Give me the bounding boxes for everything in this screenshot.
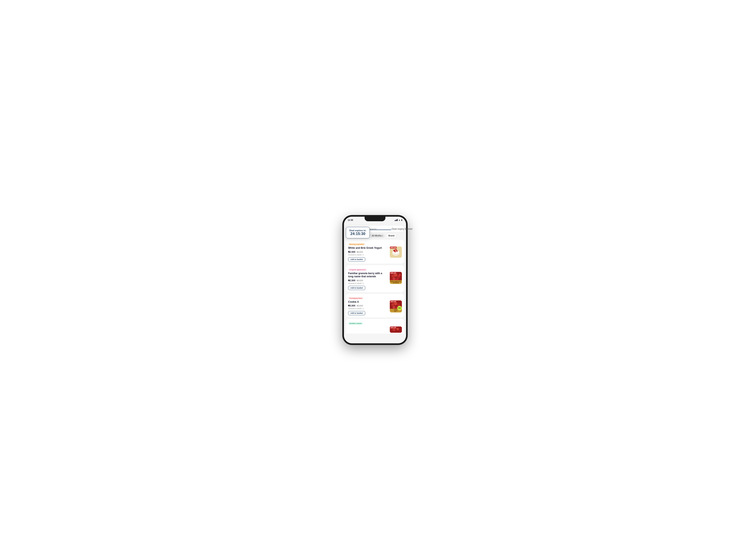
signal-bar-1 — [394, 220, 395, 221]
svg-point-6 — [396, 251, 398, 252]
stock-3: Amount in stock: 3 — [348, 307, 388, 309]
price-original-3: ₦3,500 — [357, 305, 363, 307]
filter-brand[interactable]: Brand — [386, 233, 397, 238]
product-card-2: Irregular appearance Familiar granola be… — [346, 265, 404, 292]
deal-expiry-banner: Deal expires in: 24:15:30 — [346, 227, 370, 238]
svg-point-17 — [391, 303, 394, 306]
signal-bar-3 — [396, 219, 397, 221]
svg-point-20 — [392, 306, 396, 309]
deal-expiry-label: Deal expires in: — [349, 229, 366, 232]
status-icons: ▲ ▮ — [394, 219, 402, 221]
price-current-3: ₦3,500 — [348, 304, 356, 307]
product-info-1: White and Brie Greek Yogurt ₦2,500 ₦3,50… — [348, 246, 388, 261]
product-price-row-2: ₦2,500 ₦3,500 — [348, 279, 388, 282]
product-content-1: White and Brie Greek Yogurt ₦2,500 ₦3,50… — [348, 246, 402, 261]
screen-content[interactable]: ‹ Search Cereals & Snacks GoLemon Misfit… — [344, 223, 406, 343]
stock-1: Amount in stock: 3 — [348, 254, 388, 256]
product-badge-2: Irregular appearance — [348, 268, 367, 271]
svg-point-5 — [394, 251, 396, 252]
price-original-1: ₦3,500 — [357, 251, 363, 253]
product-name-3: Cookie A — [348, 300, 388, 304]
product-card-1: Nearing expiration White and Brie Greek … — [346, 240, 404, 263]
wifi-icon: ▲ — [399, 219, 400, 221]
discount-badge-2: 25% off — [390, 272, 397, 274]
deal-expiry-time: 24:15:30 — [349, 232, 366, 236]
filter-all-misfits[interactable]: All Misfits▾ — [370, 234, 385, 238]
discount-badge-1: 25% off — [390, 246, 397, 249]
svg-point-2 — [392, 250, 400, 254]
product-card-partial: Another reason 25% off — [346, 319, 404, 334]
add-basket-btn-1[interactable]: Add to basket — [348, 257, 365, 261]
status-time: 12:30 — [348, 219, 353, 221]
product-image-area-1: 25% off — [390, 246, 402, 258]
product-name-2: Familiar granola berry with a long name … — [348, 272, 388, 278]
product-price-row-1: ₦2,500 ₦3,500 — [348, 251, 388, 253]
product-card-3: Packaging flaws Cookie A ₦3,500 ₦3,500 A… — [346, 294, 404, 318]
svg-point-8 — [391, 275, 394, 278]
product-price-row-3: ₦3,500 ₦3,500 — [348, 304, 388, 307]
product-badge-1: Nearing expiration — [348, 243, 365, 246]
battery-icon: ▮ — [401, 219, 402, 221]
add-basket-btn-3[interactable]: Add to basket — [348, 311, 365, 315]
product-info-2: Familiar granola berry with a long name … — [348, 272, 388, 290]
discount-badge-3: 25% off — [390, 300, 397, 303]
product-badge-partial: Another reason — [348, 322, 363, 325]
notch — [365, 217, 385, 221]
price-current-1: ₦2,500 — [348, 251, 356, 253]
svg-point-24 — [397, 328, 399, 330]
signal-bar-2 — [396, 220, 396, 221]
product-badge-3: Packaging flaws — [348, 297, 364, 300]
deal-timer-small-2: Deal expires in: 24:15:30 — [390, 280, 402, 284]
price-original-2: ₦3,500 — [357, 279, 363, 282]
no-badge-3: NO — [397, 306, 402, 311]
partial-image-area: 25% off — [390, 326, 402, 333]
svg-point-13 — [399, 274, 401, 276]
product-image-area-2: 25% off — [390, 272, 402, 283]
product-content-3: Cookie A ₦3,500 ₦3,500 Amount in stock: … — [348, 300, 402, 315]
signal-bar-4 — [397, 219, 398, 221]
price-current-2: ₦2,500 — [348, 279, 356, 282]
scene: 12:30 ▲ ▮ ‹ Search Cereals — [302, 195, 448, 365]
product-content-2: Familiar granola berry with a long name … — [348, 272, 402, 290]
product-info-3: Cookie A ₦3,500 ₦3,500 Amount in stock: … — [348, 300, 388, 315]
signal-bars — [394, 219, 398, 221]
stock-2: Amount in stock: 3 — [348, 282, 388, 284]
add-basket-btn-2[interactable]: Add to basket — [348, 286, 365, 290]
discount-badge-partial: 25% off — [390, 326, 397, 329]
product-image-area-3: 25% off — [390, 300, 402, 312]
annotation-label: Deal expiry banner — [392, 227, 413, 231]
product-name-1: White and Brie Greek Yogurt — [348, 246, 388, 250]
